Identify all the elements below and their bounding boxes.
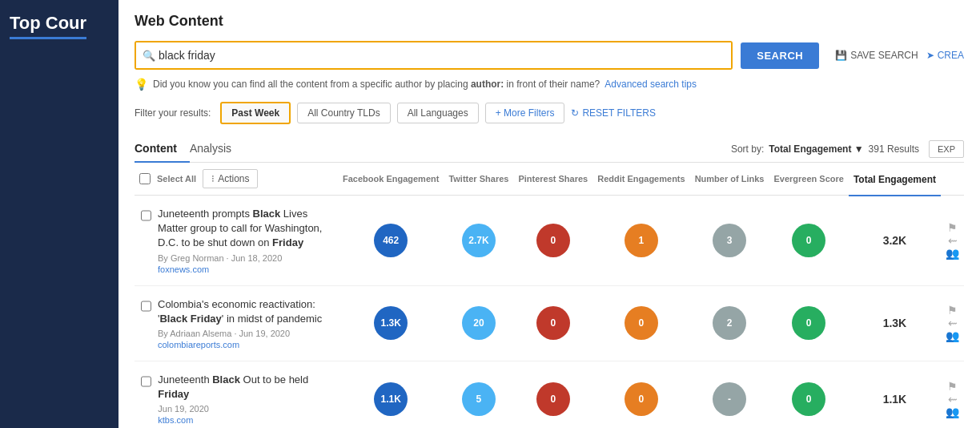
row-checkbox-1[interactable] <box>141 301 151 312</box>
col-header-total: Total Engagement <box>849 163 941 196</box>
advanced-search-tips-link[interactable]: Advanced search tips <box>604 79 697 90</box>
metric-twitter-2: 5 <box>444 361 513 428</box>
col-header-twitter: Twitter Shares <box>444 163 513 196</box>
metric-reddit-0: 1 <box>592 196 689 286</box>
users-icon-1[interactable]: 👥 <box>946 329 959 342</box>
users-icon-0[interactable]: 👥 <box>946 247 959 260</box>
article-title-2: Juneteenth Black Out to be held Friday <box>158 373 333 402</box>
filter-more[interactable]: + More Filters <box>485 103 565 123</box>
col-header-reddit: Reddit Engagements <box>592 163 689 196</box>
circle-links-2: - <box>713 382 746 416</box>
circle-pinterest-2: 0 <box>536 382 570 416</box>
export-button[interactable]: EXP <box>929 140 964 158</box>
search-icon: 🔍 <box>143 50 155 62</box>
table-row: Juneteenth Black Out to be held Friday J… <box>135 361 964 428</box>
metric-evergreen-2: 0 <box>769 361 848 428</box>
article-title-1: Colombia's economic reactivation: 'Black… <box>158 297 333 326</box>
tab-content[interactable]: Content <box>135 135 190 163</box>
tip-icon: 💡 <box>135 78 148 91</box>
metric-reddit-2: 0 <box>592 361 689 428</box>
article-source-2[interactable]: ktbs.com <box>158 415 333 425</box>
metric-links-1: 2 <box>690 285 769 361</box>
section-title: Web Content <box>135 13 964 30</box>
bookmark-icon-0[interactable]: ⚑ <box>947 221 958 234</box>
circle-facebook-0: 462 <box>374 224 408 257</box>
filter-row: Filter your results: Past Week All Count… <box>135 102 964 124</box>
search-input[interactable] <box>136 42 731 68</box>
main-content: Web Content 🔍 SEARCH 💾 SAVE SEARCH ➤ CRE… <box>118 0 980 428</box>
search-button[interactable]: SEARCH <box>741 42 819 69</box>
col-header-pinterest: Pinterest Shares <box>513 163 592 196</box>
row-actions-1: ⚑ ⇜ 👥 <box>941 285 964 361</box>
metric-evergreen-1: 0 <box>769 285 848 361</box>
filter-label: Filter your results: <box>135 107 211 119</box>
col-header-facebook: Facebook Engagement <box>338 163 444 196</box>
metric-pinterest-1: 0 <box>513 285 592 361</box>
metric-facebook-2: 1.1K <box>338 361 444 428</box>
filter-languages[interactable]: All Languages <box>397 103 479 123</box>
actions-button[interactable]: ⁝ Actions <box>203 169 258 188</box>
circle-reddit-0: 1 <box>625 224 658 257</box>
circle-links-1: 2 <box>713 306 746 340</box>
circle-facebook-2: 1.1K <box>374 382 408 416</box>
article-meta-0: By Greg Norman · Jun 18, 2020 <box>158 253 333 263</box>
share-icon-2[interactable]: ⇜ <box>948 393 958 406</box>
article-title-0: Juneteenth prompts Black Lives Matter gr… <box>158 207 333 251</box>
create-button[interactable]: ➤ CREA <box>926 50 964 61</box>
tab-analysis[interactable]: Analysis <box>190 135 244 163</box>
circle-twitter-2: 5 <box>462 382 496 416</box>
metric-facebook-1: 1.3K <box>338 285 444 361</box>
sort-dropdown[interactable]: Total Engagement ▼ <box>769 143 863 155</box>
share-icon-1[interactable]: ⇜ <box>948 317 958 329</box>
row-actions-0: ⚑ ⇜ 👥 <box>941 196 964 286</box>
article-source-1[interactable]: colombiareports.com <box>158 340 333 349</box>
search-row: 🔍 SEARCH 💾 SAVE SEARCH ➤ CREA <box>135 41 964 70</box>
users-icon-2[interactable]: 👥 <box>946 406 959 418</box>
article-source-0[interactable]: foxnews.com <box>158 264 333 274</box>
sort-label: Sort by: <box>731 143 764 155</box>
circle-evergreen-0: 0 <box>792 224 825 257</box>
metric-pinterest-0: 0 <box>513 196 592 286</box>
article-cell-0: Juneteenth prompts Black Lives Matter gr… <box>135 196 338 286</box>
circle-twitter-0: 2.7K <box>462 224 496 257</box>
total-0: 3.2K <box>849 196 941 286</box>
filter-country-tlds[interactable]: All Country TLDs <box>297 103 390 123</box>
select-all-checkbox[interactable] <box>139 173 151 184</box>
save-search-button[interactable]: 💾 SAVE SEARCH <box>835 50 918 61</box>
metric-pinterest-2: 0 <box>513 361 592 428</box>
article-cell-1: Colombia's economic reactivation: 'Black… <box>135 285 338 361</box>
metric-reddit-1: 0 <box>592 285 689 361</box>
reset-filters-button[interactable]: ↻ RESET FILTERS <box>571 107 656 119</box>
tabs-row: Content Analysis Sort by: Total Engageme… <box>135 135 964 163</box>
bookmark-icon-2[interactable]: ⚑ <box>947 380 958 393</box>
circle-evergreen-1: 0 <box>792 306 825 340</box>
save-icon: 💾 <box>835 50 847 61</box>
col-header-actions <box>941 163 964 196</box>
col-header-links: Number of Links <box>690 163 769 196</box>
tip-row: 💡 Did you know you can find all the cont… <box>135 78 964 91</box>
col-header-content: Select All ⁝ Actions <box>135 163 338 196</box>
article-cell-2: Juneteenth Black Out to be held Friday J… <box>135 361 338 428</box>
search-input-wrap: 🔍 <box>135 41 733 70</box>
share-icon-0[interactable]: ⇜ <box>948 234 958 247</box>
circle-links-0: 3 <box>713 224 746 257</box>
bookmark-icon-1[interactable]: ⚑ <box>947 304 958 317</box>
metric-facebook-0: 462 <box>338 196 444 286</box>
sidebar-title: Top Cour <box>10 13 86 39</box>
sort-section: Sort by: Total Engagement ▼ 391 Results … <box>731 140 964 158</box>
row-checkbox-0[interactable] <box>141 210 151 221</box>
tip-text: Did you know you can find all the conten… <box>153 79 600 90</box>
circle-evergreen-2: 0 <box>792 382 825 416</box>
row-checkbox-2[interactable] <box>141 376 151 387</box>
filter-past-week[interactable]: Past Week <box>220 102 291 124</box>
metric-links-2: - <box>690 361 769 428</box>
circle-reddit-1: 0 <box>625 306 658 340</box>
table-row: Juneteenth prompts Black Lives Matter gr… <box>135 196 964 286</box>
article-meta-1: By Adriaan Alsema · Jun 19, 2020 <box>158 329 333 338</box>
article-meta-2: Jun 19, 2020 <box>158 404 333 414</box>
metric-links-0: 3 <box>690 196 769 286</box>
metric-twitter-0: 2.7K <box>444 196 513 286</box>
metric-evergreen-0: 0 <box>769 196 848 286</box>
metric-twitter-1: 20 <box>444 285 513 361</box>
circle-twitter-1: 20 <box>462 306 496 340</box>
